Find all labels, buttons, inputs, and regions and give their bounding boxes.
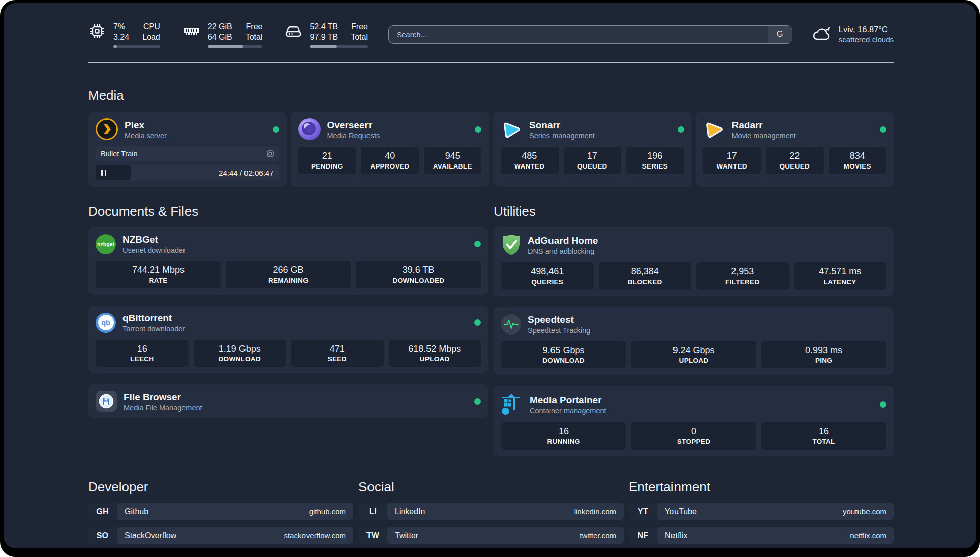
disk-widget: 52.4 TB97.9 TB FreeTotal bbox=[284, 21, 368, 48]
stat-queries: 498,461QUERIES bbox=[501, 262, 594, 290]
link-abbr: LI bbox=[358, 503, 387, 520]
section-social: Social LI LinkedInlinkedin.com TW Twitte… bbox=[358, 479, 624, 544]
qbittorrent-icon: qb bbox=[96, 313, 116, 333]
link-stackoverflow[interactable]: SO StackOverflowstackoverflow.com bbox=[88, 527, 353, 544]
link-youtube[interactable]: YT YouTubeyoutube.com bbox=[629, 503, 894, 520]
stat-downloaded: 39.6 TBDOWNLOADED bbox=[356, 261, 481, 288]
link-abbr: TW bbox=[358, 527, 387, 544]
section-developer: Developer GH Githubgithub.com SO StackOv… bbox=[88, 479, 353, 548]
app-card-sonarr[interactable]: Sonarr Series management 485WANTED 17QUE… bbox=[493, 112, 692, 187]
app-card-filebrowser[interactable]: File Browser Media File Management bbox=[88, 384, 488, 418]
app-card-plex[interactable]: Plex Media server Bullet Train 24:44 / 0… bbox=[88, 112, 287, 187]
app-title: qBittorrent bbox=[122, 312, 468, 324]
section-title-entertainment: Entertainment bbox=[629, 479, 894, 495]
plex-icon bbox=[96, 118, 118, 140]
stat-filtered: 2,953FILTERED bbox=[696, 262, 789, 290]
disk-values: 52.4 TB97.9 TB bbox=[310, 21, 338, 42]
pause-icon[interactable] bbox=[101, 170, 106, 176]
app-card-portainer[interactable]: Media Portainer Container management 16R… bbox=[494, 386, 894, 456]
link-url: github.com bbox=[309, 507, 346, 516]
app-card-radarr[interactable]: Radarr Movie management 17WANTED 22QUEUE… bbox=[696, 112, 894, 187]
weather-condition: scattered clouds bbox=[839, 35, 894, 44]
section-title-social: Social bbox=[358, 479, 624, 495]
stat-download: 1.19 GbpsDOWNLOAD bbox=[194, 340, 286, 367]
link-twitter[interactable]: TW Twittertwitter.com bbox=[358, 527, 624, 544]
app-subtitle: Torrent downloader bbox=[122, 325, 468, 333]
disk-progress-track bbox=[310, 45, 368, 48]
section-media: Media Plex Media server Bullet Train bbox=[88, 88, 894, 187]
search-bar: G bbox=[388, 25, 792, 44]
stat-queued: 22QUEUED bbox=[766, 147, 824, 174]
link-name: YouTube bbox=[665, 507, 697, 516]
status-dot bbox=[474, 398, 481, 405]
app-card-adguard[interactable]: AdGuard Home DNS and adblocking 498,461Q… bbox=[494, 227, 894, 296]
link-url: netflix.com bbox=[850, 531, 886, 540]
app-subtitle: Series management bbox=[529, 132, 671, 140]
app-subtitle: Container management bbox=[530, 407, 873, 415]
radarr-icon bbox=[703, 118, 725, 140]
memory-widget: 22 GiB64 GiB FreeTotal bbox=[182, 21, 263, 48]
cloud-icon bbox=[812, 24, 832, 44]
stat-approved: 40APPROVED bbox=[361, 147, 419, 174]
section-title-developer: Developer bbox=[88, 479, 353, 495]
link-abbr: SO bbox=[88, 527, 117, 544]
stat-total: 16TOTAL bbox=[761, 422, 886, 450]
stat-wanted: 17WANTED bbox=[703, 147, 761, 174]
stat-blocked: 86,384BLOCKED bbox=[599, 262, 692, 290]
link-abbr: YT bbox=[629, 503, 657, 520]
app-card-nzbget[interactable]: nzbget NZBGet Usenet downloader 744.21 M… bbox=[88, 227, 488, 295]
memory-progress-fill bbox=[208, 45, 244, 48]
section-title-media: Media bbox=[88, 88, 894, 103]
link-github[interactable]: GH Githubgithub.com bbox=[88, 503, 353, 520]
stat-queued: 17QUEUED bbox=[564, 147, 622, 174]
link-name: Twitter bbox=[395, 531, 418, 540]
app-card-speedtest[interactable]: Speedtest Speedtest Tracking 9.65 GbpsDO… bbox=[494, 307, 894, 375]
app-subtitle: Media server bbox=[125, 132, 266, 140]
memory-values: 22 GiB64 GiB bbox=[208, 21, 232, 42]
link-url: linkedin.com bbox=[574, 507, 616, 516]
stat-remaining: 266 GBREMAINING bbox=[226, 261, 351, 288]
cpu-widget: 7%3.24 CPULoad bbox=[88, 21, 160, 48]
app-title: NZBGet bbox=[122, 234, 468, 245]
status-dot bbox=[880, 126, 886, 133]
stat-available: 945AVAILABLE bbox=[424, 147, 482, 174]
playback-progress-bar[interactable]: 24:44 / 02:06:47 bbox=[96, 165, 279, 180]
stat-upload: 9.24 GbpsUPLOAD bbox=[631, 341, 756, 368]
stat-running: 16RUNNING bbox=[501, 422, 626, 450]
app-card-overseerr[interactable]: Overseerr Media Requests 21PENDING 40APP… bbox=[291, 112, 489, 187]
link-netflix[interactable]: NF Netflixnetflix.com bbox=[629, 527, 894, 544]
link-linkedin[interactable]: LI LinkedInlinkedin.com bbox=[358, 503, 624, 520]
disk-progress-fill bbox=[310, 45, 336, 48]
cpu-icon bbox=[88, 22, 106, 40]
search-engine-button[interactable]: G bbox=[768, 26, 792, 43]
memory-progress-track bbox=[208, 45, 263, 48]
app-subtitle: Media Requests bbox=[327, 132, 469, 140]
stat-latency: 47.571 msLATENCY bbox=[794, 262, 887, 290]
stat-rate: 744.21 MbpsRATE bbox=[96, 261, 221, 288]
stat-series: 196SERIES bbox=[626, 147, 684, 174]
memory-labels: FreeTotal bbox=[246, 21, 263, 42]
section-entertainment: Entertainment YT YouTubeyoutube.com NF N… bbox=[629, 479, 894, 548]
status-dot bbox=[475, 126, 481, 133]
app-subtitle: Speedtest Tracking bbox=[528, 326, 886, 335]
section-documents: Documents & Files nzbget NZBGet Usenet d… bbox=[88, 204, 488, 418]
app-title: Speedtest bbox=[528, 314, 886, 325]
app-card-qbittorrent[interactable]: qb qBittorrent Torrent downloader 16LEEC… bbox=[88, 306, 488, 373]
weather-widget: Lviv, 16.87°C scattered clouds bbox=[812, 24, 894, 44]
weather-location-temp: Lviv, 16.87°C bbox=[839, 25, 894, 34]
app-subtitle: Media File Management bbox=[124, 404, 468, 412]
overseerr-icon bbox=[298, 118, 321, 140]
app-title: Media Portainer bbox=[530, 394, 873, 406]
section-title-documents: Documents & Files bbox=[88, 204, 488, 219]
playback-time: 24:44 / 02:06:47 bbox=[219, 165, 273, 180]
topbar: 7%3.24 CPULoad 22 GiB64 GiB FreeTotal bbox=[88, 20, 894, 48]
cpu-values: 7%3.24 bbox=[113, 21, 129, 42]
link-abbr: NF bbox=[629, 527, 657, 544]
search-input[interactable] bbox=[389, 26, 768, 43]
link-url: youtube.com bbox=[843, 507, 886, 516]
now-playing-row: Bullet Train bbox=[96, 146, 279, 161]
status-dot bbox=[474, 319, 481, 326]
link-url: stackoverflow.com bbox=[284, 531, 346, 540]
app-subtitle: Movie management bbox=[732, 132, 874, 140]
cpu-labels: CPULoad bbox=[142, 21, 160, 42]
